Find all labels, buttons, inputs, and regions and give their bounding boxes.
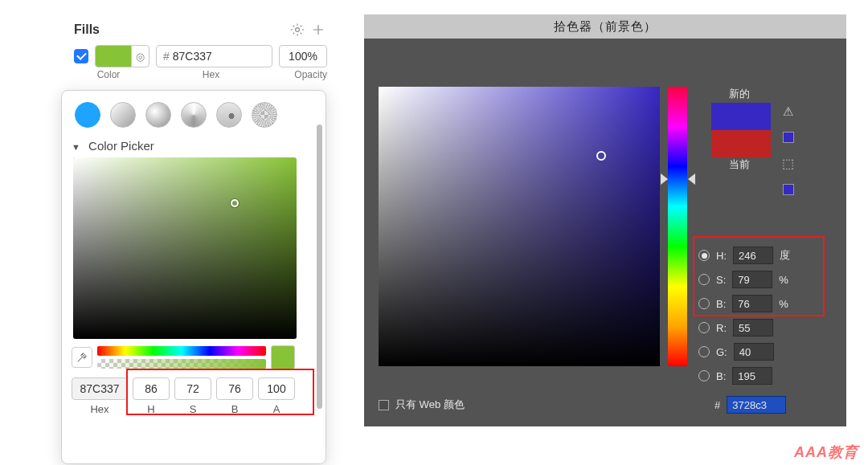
window-title: 拾色器（前景色） [364, 14, 846, 39]
radio-b2[interactable] [698, 370, 710, 381]
radio-h[interactable] [698, 250, 710, 261]
radio-s[interactable] [698, 274, 710, 285]
current-label: 当前 [711, 157, 768, 172]
watermark: AAA教育 [794, 443, 858, 462]
mode-image-fill[interactable] [216, 102, 242, 128]
gamut-warning-icon[interactable]: ⚠ [783, 104, 793, 119]
current-color-swatch [271, 345, 295, 369]
disclosure-triangle-icon: ▼ [72, 142, 80, 152]
hex-value: 87C337 [173, 50, 212, 63]
label-b2: B: [716, 370, 726, 382]
scrollbar[interactable] [317, 124, 322, 409]
label-hex: # [714, 399, 720, 411]
input-r[interactable]: 55 [733, 319, 773, 337]
web-colors-only[interactable]: 只有 Web 颜色 [379, 398, 465, 412]
add-icon[interactable] [309, 21, 327, 39]
fill-sublabels: Color Hex Opacity [66, 69, 335, 80]
value-labels: Hex H S B A [72, 403, 316, 415]
radio-g[interactable] [698, 346, 710, 357]
input-g[interactable]: 40 [734, 343, 774, 361]
label-b: B: [716, 298, 726, 310]
input-hex[interactable]: 3728c3 [727, 396, 786, 414]
ps-sb-area[interactable] [379, 87, 660, 366]
saturation-brightness-area[interactable] [73, 157, 297, 339]
label-r: R: [716, 322, 727, 334]
opacity-input[interactable]: 100% [279, 45, 327, 67]
hex-field[interactable]: 87C337 [72, 377, 128, 400]
svg-point-0 [296, 28, 300, 32]
sb-cursor[interactable] [231, 199, 239, 207]
bright-field[interactable]: 76 [216, 377, 253, 400]
websafe-warning-icon[interactable]: ⬚ [782, 156, 794, 171]
fill-enabled-checkbox[interactable] [74, 49, 88, 63]
checkbox-icon[interactable] [379, 400, 389, 410]
ps-hue-strip[interactable] [668, 87, 687, 366]
label-s: S: [716, 274, 726, 286]
label-h: H: [716, 250, 727, 262]
hue-arrow-left-icon[interactable] [661, 173, 668, 185]
alpha-field[interactable]: 100 [258, 377, 295, 400]
hue-slider[interactable] [97, 346, 266, 356]
radio-r[interactable] [698, 322, 710, 333]
new-color-swatch [711, 103, 771, 130]
fill-swatch[interactable]: ◎ [95, 45, 149, 67]
color-picker-heading[interactable]: ▼ Color Picker [72, 136, 316, 157]
label-g: G: [716, 346, 727, 358]
radio-b[interactable] [698, 298, 710, 309]
mode-linear-gradient[interactable] [110, 102, 136, 128]
fill-mode-row [72, 99, 316, 136]
hue-field[interactable]: 86 [133, 377, 170, 400]
gamut-swatch[interactable] [783, 132, 794, 143]
fill-row: ◎ #87C337 100% [66, 42, 335, 69]
new-label: 新的 [711, 87, 768, 101]
mode-radial-gradient[interactable] [145, 102, 171, 128]
input-b2[interactable]: 195 [732, 367, 772, 385]
current-color-swatch[interactable] [711, 130, 771, 157]
alpha-slider[interactable] [97, 359, 266, 369]
no-fill-icon[interactable]: ◎ [131, 46, 149, 67]
eyedropper-button[interactable] [72, 347, 92, 368]
ps-sb-cursor[interactable] [596, 151, 606, 161]
mode-angular-gradient[interactable] [181, 102, 207, 128]
color-picker-popover: ▼ Color Picker 87C337 86 72 76 100 [61, 90, 326, 464]
input-s[interactable]: 79 [732, 271, 772, 288]
mode-noise-fill[interactable] [252, 102, 277, 128]
input-b[interactable]: 76 [732, 295, 772, 312]
sketch-fills-panel: Fills ◎ #87C337 100% Color Hex Opacity [66, 16, 335, 80]
sat-field[interactable]: 72 [174, 377, 211, 400]
mode-flat-color[interactable] [75, 102, 100, 128]
input-h[interactable]: 246 [733, 247, 773, 264]
photoshop-color-picker: 拾色器（前景色） 新的 当前 ⚠ ⬚ H: 246 [364, 14, 846, 426]
hex-input[interactable]: #87C337 [156, 45, 272, 67]
hue-arrow-right-icon[interactable] [688, 173, 695, 185]
fills-title: Fills [74, 22, 285, 37]
gear-icon[interactable] [289, 21, 306, 39]
websafe-swatch[interactable] [783, 184, 794, 195]
